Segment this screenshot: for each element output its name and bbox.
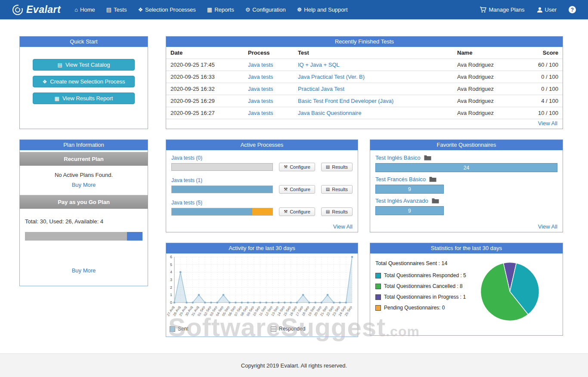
view-test-catalog-button[interactable]: ▤ View Test Catalog xyxy=(33,59,135,71)
process-item: Java tests (0) ⚒ Configure ▤ Results xyxy=(171,154,353,171)
legend-item-responded: Responded xyxy=(271,326,372,332)
cell-date: 2020-09-25 16:27 xyxy=(166,107,244,119)
col-name: Name xyxy=(453,47,522,59)
panel-title: Quick Start xyxy=(20,37,148,47)
test-link[interactable]: Basic Test Front End Developer (Java) xyxy=(298,98,393,104)
panel-title: Statistics for the last 30 days xyxy=(370,243,563,253)
table-row: 2020-09-25 16:33 Java tests Java Practic… xyxy=(166,71,563,83)
panel-title: Activity for the last 30 days xyxy=(166,243,358,253)
plan-information-panel: Plan Information Recurrent Plan No Activ… xyxy=(19,139,148,286)
process-link[interactable]: Java tests xyxy=(248,98,273,104)
footer: Copyright 2019 Evalart. All rights reser… xyxy=(0,353,588,377)
top-nav: Evalart ⌂ Home ▤ Tests ❖ Selection Proce… xyxy=(0,0,588,19)
responded-swatch xyxy=(375,273,381,278)
cell-name: Ava Rodriguez xyxy=(453,107,522,119)
cell-score: 4 / 100 xyxy=(522,95,563,107)
view-all-link[interactable]: View All xyxy=(538,120,557,127)
table-header-row: Date Process Test Name Score xyxy=(166,47,563,59)
cell-score: 0 / 100 xyxy=(522,83,563,95)
process-item: Java tests (5) ⚒ Configure ▤ Results xyxy=(171,198,353,216)
table-row: 2020-09-25 17:45 Java tests IQ + Java + … xyxy=(166,59,563,71)
configure-button[interactable]: ⚒ Configure xyxy=(279,207,315,216)
user-menu[interactable]: User xyxy=(537,6,557,13)
catalog-icon: ▤ xyxy=(58,62,62,68)
process-link[interactable]: Java tests xyxy=(248,86,273,92)
question-icon[interactable]: ? xyxy=(569,6,576,13)
nav-label: Tests xyxy=(114,6,127,13)
test-link[interactable]: Java Practical Test (Ver. B) xyxy=(298,74,365,80)
legend-label: Sent xyxy=(178,326,189,332)
cell-name: Ava Rodriguez xyxy=(453,71,522,83)
button-label: View Results Report xyxy=(62,95,113,102)
questionnaire-link[interactable]: Test Inglés Avanzado xyxy=(375,198,428,204)
process-link[interactable]: Java tests xyxy=(248,110,273,116)
evalart-logo[interactable]: Evalart xyxy=(12,4,61,15)
questionnaire-link[interactable]: Test Francés Básico xyxy=(375,176,426,182)
results-button[interactable]: ▤ Results xyxy=(321,207,353,216)
button-label: Results xyxy=(332,187,348,192)
activity-line-chart: 012345627-Aug28-Aug29-Aug30-Aug31-Aug01-… xyxy=(167,254,356,325)
test-link[interactable]: Practical Java Test xyxy=(298,86,344,92)
plan-available-bar xyxy=(127,232,142,241)
process-link[interactable]: Java tests (5) xyxy=(171,200,202,206)
reports-icon: ▦ xyxy=(207,7,212,12)
create-selection-process-button[interactable]: ❖ Create new Selection Process xyxy=(33,76,135,87)
test-link[interactable]: IQ + Java + SQL xyxy=(298,62,340,68)
manage-plans-label: Manage Plans xyxy=(489,6,524,13)
results-button[interactable]: ▤ Results xyxy=(321,163,353,171)
table-row: 2020-09-25 16:32 Java tests Practical Ja… xyxy=(166,83,563,95)
folder-icon[interactable] xyxy=(424,155,431,161)
favorite-item: Test Inglés Básico 24 xyxy=(375,155,557,172)
responded-swatch xyxy=(271,326,276,332)
nav-item-home[interactable]: ⌂ Home xyxy=(74,6,95,13)
recurrent-plan-header: Recurrent Plan xyxy=(20,152,148,166)
process-link[interactable]: Java tests xyxy=(248,74,273,80)
configure-button[interactable]: ⚒ Configure xyxy=(279,185,315,194)
folder-icon[interactable] xyxy=(432,198,439,204)
nav-item-selection-processes[interactable]: ❖ Selection Processes xyxy=(138,6,195,13)
statistics-pie-chart xyxy=(479,260,541,323)
nav-item-tests[interactable]: ▤ Tests xyxy=(106,6,127,13)
buy-more-link[interactable]: Buy More xyxy=(72,182,96,188)
cancelled-swatch xyxy=(375,284,381,289)
quick-start-panel: Quick Start ▤ View Test Catalog ❖ Create… xyxy=(19,36,148,129)
legend-label: Total Questionnaires Responded : 5 xyxy=(384,272,466,278)
view-all-link[interactable]: View All xyxy=(333,223,353,230)
folder-icon[interactable] xyxy=(429,176,436,182)
quick-start-body: ▤ View Test Catalog ❖ Create new Selecti… xyxy=(20,47,148,116)
legend-label: Total Questionnaires Cancelled : 8 xyxy=(384,283,463,289)
list-icon: ▤ xyxy=(326,165,330,169)
svg-text:2: 2 xyxy=(170,285,172,290)
process-progress-bar xyxy=(171,185,273,193)
usage-count: 9 xyxy=(408,208,411,214)
view-all-link[interactable]: View All xyxy=(538,223,557,230)
process-link[interactable]: Java tests (0) xyxy=(171,155,202,161)
cell-date: 2020-09-25 16:32 xyxy=(166,83,244,95)
nav-item-reports[interactable]: ▦ Reports xyxy=(207,6,234,13)
button-label: Configure xyxy=(290,164,310,170)
nav-item-configuration[interactable]: ⚙ Configuration xyxy=(245,6,286,13)
process-link[interactable]: Java tests (1) xyxy=(171,177,202,183)
cell-date: 2020-09-25 17:45 xyxy=(166,59,244,71)
nav-item-help-support[interactable]: ☸ Help and Support xyxy=(297,6,348,13)
pending-swatch xyxy=(375,305,381,311)
view-results-report-button[interactable]: ▦ View Results Report xyxy=(33,93,135,104)
process-link[interactable]: Java tests xyxy=(248,62,273,68)
questionnaire-link[interactable]: Test Inglés Básico xyxy=(375,155,421,161)
svg-text:1: 1 xyxy=(170,293,172,297)
favorites-body: Test Inglés Básico 24 Test Francés Básic… xyxy=(370,150,563,222)
manage-plans-button[interactable]: Manage Plans xyxy=(480,6,524,13)
list-icon: ▤ xyxy=(326,210,330,214)
buy-more-link[interactable]: Buy More xyxy=(72,267,96,274)
results-report-icon: ▦ xyxy=(55,96,59,101)
test-link[interactable]: Java Basic Questionnaire xyxy=(298,110,361,116)
progress-filled xyxy=(172,186,272,193)
results-button[interactable]: ▤ Results xyxy=(321,185,353,194)
home-icon: ⌂ xyxy=(74,7,78,12)
legend-item: Total Questionnaires in Progress : 1 xyxy=(375,294,466,300)
user-icon xyxy=(537,7,543,13)
cell-name: Ava Rodriguez xyxy=(453,59,522,71)
cell-score: 10 / 100 xyxy=(522,107,563,119)
configure-button[interactable]: ⚒ Configure xyxy=(279,163,315,171)
button-label: Results xyxy=(332,164,348,170)
